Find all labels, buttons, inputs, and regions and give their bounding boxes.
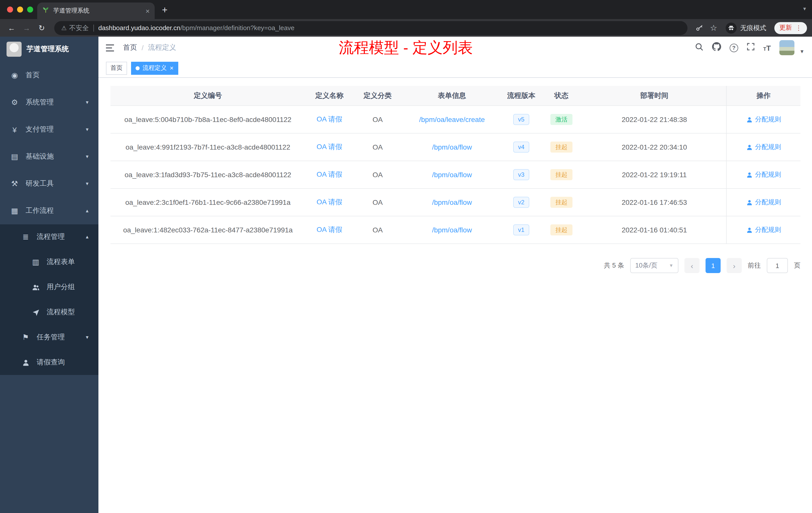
sidebar-item-task-management[interactable]: ⚑ 任务管理 ▼ xyxy=(0,325,98,350)
breadcrumb: 首页 / 流程定义 xyxy=(123,43,176,52)
paper-plane-icon xyxy=(31,308,40,316)
person-icon xyxy=(746,199,753,206)
definition-category: OA xyxy=(353,161,402,188)
page-size-select[interactable]: 10条/页 ▼ xyxy=(630,258,678,273)
sidebar-item-system-management[interactable]: ⚙ 系统管理 ▼ xyxy=(0,89,98,116)
search-icon[interactable] xyxy=(695,42,703,53)
new-tab-button[interactable]: + xyxy=(158,3,172,17)
reload-button[interactable]: ↻ xyxy=(35,21,48,34)
definition-id: oa_leave:1:482ec033-762a-11ec-8477-a2380… xyxy=(111,216,305,243)
form-link[interactable]: /bpm/oa/flow xyxy=(432,198,472,206)
form-link[interactable]: /bpm/oa/flow xyxy=(432,143,472,151)
form-link[interactable]: /bpm/oa/flow xyxy=(432,171,472,179)
sidebar-toggle-hamburger-icon[interactable] xyxy=(106,44,115,52)
prev-page-button[interactable]: ‹ xyxy=(685,258,699,273)
password-key-icon[interactable] xyxy=(694,22,705,34)
github-icon[interactable] xyxy=(712,42,721,53)
definition-name-link[interactable]: OA 请假 xyxy=(317,143,343,152)
font-size-icon[interactable]: TT xyxy=(763,43,771,52)
sidebar-logo-row[interactable]: 芋道管理系统 xyxy=(0,37,98,62)
app-logo xyxy=(6,42,22,57)
form-link[interactable]: /bpm/oa/leave/create xyxy=(419,116,485,123)
definition-name-link[interactable]: OA 请假 xyxy=(317,198,343,207)
assign-rule-link[interactable]: 分配规则 xyxy=(746,170,781,179)
address-bar[interactable]: ⚠ 不安全 dashboard.yudao.iocoder.cn/bpm/man… xyxy=(54,21,688,35)
bookmark-star-icon[interactable]: ☆ xyxy=(707,22,720,34)
form-icon: ▥ xyxy=(31,258,40,267)
table-row: oa_leave:2:3c1f0ef1-76b1-11ec-9c66-a2380… xyxy=(111,189,801,216)
fullscreen-icon[interactable] xyxy=(747,43,755,53)
gear-icon: ⚙ xyxy=(10,98,19,107)
update-label: 更新 xyxy=(779,24,792,32)
tab-title: 芋道管理系统 xyxy=(53,6,89,15)
maximize-window-button[interactable] xyxy=(27,6,33,12)
sidebar-item-label: 流程管理 xyxy=(37,233,65,241)
assign-rule-link[interactable]: 分配规则 xyxy=(746,225,781,234)
person-icon xyxy=(746,172,753,178)
goto-page-input[interactable] xyxy=(767,258,788,273)
favicon-icon xyxy=(42,6,49,15)
definition-name-link[interactable]: OA 请假 xyxy=(317,225,343,234)
form-link[interactable]: /bpm/oa/flow xyxy=(432,226,472,234)
sidebar-item-home[interactable]: ◉ 首页 xyxy=(0,62,98,89)
minimize-window-button[interactable] xyxy=(17,6,23,12)
payment-icon: ¥ xyxy=(10,125,19,134)
sidebar-item-leave-query[interactable]: 请假查询 xyxy=(0,350,98,375)
definition-category: OA xyxy=(353,106,402,133)
close-tab-icon[interactable]: × xyxy=(146,7,150,15)
assign-rule-link[interactable]: 分配规则 xyxy=(746,143,781,152)
sidebar-item-process-management[interactable]: ≣ 流程管理 ▲ xyxy=(0,224,98,249)
assign-rule-label: 分配规则 xyxy=(755,225,781,234)
sidebar-item-label: 流程模型 xyxy=(47,308,75,317)
sidebar-item-dev-tools[interactable]: ⚒ 研发工具 ▼ xyxy=(0,170,98,197)
sidebar-item-workflow[interactable]: ▦ 工作流程 ▲ xyxy=(0,197,98,224)
person-icon xyxy=(746,144,753,150)
table-header-row: 定义编号 定义名称 定义分类 表单信息 流程版本 状态 部署时间 操作 xyxy=(111,86,801,106)
deploy-time: 2022-01-16 17:46:53 xyxy=(582,189,726,216)
column-header: 表单信息 xyxy=(402,86,502,105)
help-icon[interactable]: ? xyxy=(730,43,738,52)
sidebar-menu: ◉ 首页 ⚙ 系统管理 ▼ ¥ 支付管理 ▼ ▤ 基础设施 ▼ xyxy=(0,62,98,513)
assign-rule-label: 分配规则 xyxy=(755,198,781,207)
definition-table: 定义编号 定义名称 定义分类 表单信息 流程版本 状态 部署时间 操作 oa_l… xyxy=(111,86,801,244)
definition-name-link[interactable]: OA 请假 xyxy=(317,170,343,179)
tag-process-definition[interactable]: 流程定义 × xyxy=(131,61,178,74)
update-button[interactable]: 更新 ⋮ xyxy=(774,22,807,34)
forward-button[interactable]: → xyxy=(20,21,33,34)
close-tag-icon[interactable]: × xyxy=(170,64,174,72)
sidebar-item-user-group[interactable]: 用户分组 xyxy=(0,275,98,300)
deploy-time: 2022-01-22 20:34:10 xyxy=(582,133,726,161)
assign-rule-link[interactable]: 分配规则 xyxy=(746,115,781,124)
definition-name-link[interactable]: OA 请假 xyxy=(317,115,343,124)
security-label[interactable]: 不安全 xyxy=(69,23,89,32)
table-row: oa_leave:5:004b710b-7b8a-11ec-8ef0-acde4… xyxy=(111,106,801,133)
definition-id: oa_leave:3:1fad3d93-7b75-11ec-a3c8-acde4… xyxy=(111,161,305,188)
breadcrumb-home[interactable]: 首页 xyxy=(123,43,137,52)
table-row: oa_leave:4:991f2193-7b7f-11ec-a3c8-acde4… xyxy=(111,133,801,161)
back-button[interactable]: ← xyxy=(5,21,18,34)
close-window-button[interactable] xyxy=(7,6,13,12)
chevron-up-icon: ▲ xyxy=(85,234,89,239)
assign-rule-link[interactable]: 分配规则 xyxy=(746,198,781,207)
sidebar-item-process-form[interactable]: ▥ 流程表单 xyxy=(0,249,98,275)
tag-home[interactable]: 首页 xyxy=(106,61,127,74)
avatar-dropdown-caret-icon[interactable]: ▼ xyxy=(800,49,805,54)
sidebar-item-process-model[interactable]: 流程模型 xyxy=(0,300,98,325)
chevron-down-icon: ▼ xyxy=(85,100,89,105)
definition-id: oa_leave:2:3c1f0ef1-76b1-11ec-9c66-a2380… xyxy=(111,189,305,216)
version-badge: v5 xyxy=(513,114,529,125)
browser-tab[interactable]: 芋道管理系统 × xyxy=(37,2,155,19)
tab-search-chevron-icon[interactable]: ▾ xyxy=(803,5,806,12)
url-host: dashboard.yudao.iocoder.cn xyxy=(98,24,180,32)
next-page-button[interactable]: › xyxy=(727,258,742,273)
table-row: oa_leave:1:482ec033-762a-11ec-8477-a2380… xyxy=(111,216,801,244)
tree-list-icon: ≣ xyxy=(21,233,30,241)
sidebar-item-infrastructure[interactable]: ▤ 基础设施 ▼ xyxy=(0,143,98,170)
sidebar-item-payment-management[interactable]: ¥ 支付管理 ▼ xyxy=(0,116,98,143)
page-1-button[interactable]: 1 xyxy=(705,258,721,273)
sidebar: 芋道管理系统 ◉ 首页 ⚙ 系统管理 ▼ ¥ 支付管理 ▼ ▤ xyxy=(0,37,98,513)
avatar[interactable] xyxy=(779,40,794,55)
status-badge: 挂起 xyxy=(550,224,573,236)
chevron-down-icon: ▼ xyxy=(85,181,89,186)
browser-menu-kebab-icon[interactable]: ⋮ xyxy=(795,24,802,32)
